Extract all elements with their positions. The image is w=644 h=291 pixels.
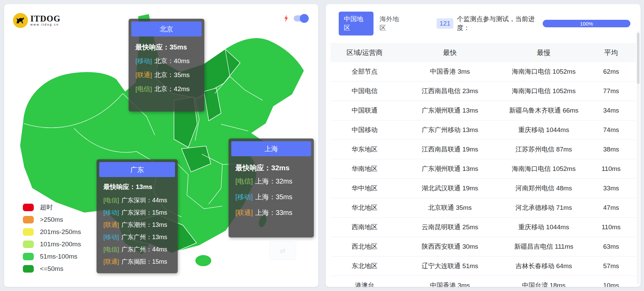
- cell-region: 中国电信: [331, 87, 399, 96]
- cell-region: 全部节点: [331, 67, 399, 76]
- tooltip-row: [移动]上海：35ms: [235, 189, 307, 205]
- table-header-row: 区域/运营商 最快 最慢 平均: [331, 43, 636, 62]
- tooltip-row-text: 上海：35ms: [255, 193, 292, 201]
- table-header-cell: 最慢: [501, 48, 586, 57]
- cell-average: 10ms: [586, 282, 636, 287]
- cell-slowest: 海南海口电信 1052ms: [501, 67, 586, 76]
- table-row: 港澳台 中国香港 3ms 中国台湾 18ms 10ms: [331, 276, 636, 287]
- tooltip-row: [移动]北京：40ms: [135, 54, 197, 68]
- cell-average: 110ms: [586, 223, 636, 231]
- isp-tag: [移动]: [135, 57, 152, 64]
- tab-china[interactable]: 中国地区: [339, 12, 374, 35]
- table-header-cell: 最快: [399, 48, 501, 57]
- brand-name: ITDOG: [30, 15, 60, 23]
- tab-overseas[interactable]: 海外地区: [380, 15, 404, 32]
- cell-fastest: 广东潮州联通 13ms: [399, 106, 501, 115]
- tooltip-row: [电信]上海：32ms: [235, 173, 307, 189]
- legend-item: >250ms: [23, 214, 81, 226]
- legend-label: <=50ms: [40, 265, 63, 273]
- legend-item: 101ms-200ms: [23, 238, 81, 250]
- isp-tag: [联通]: [135, 71, 152, 78]
- isp-tag: [移动]: [235, 193, 253, 201]
- cell-average: 57ms: [586, 262, 636, 270]
- cell-fastest: 中国香港 3ms: [399, 281, 501, 287]
- tooltip-row-text: 广东揭阳：15ms: [121, 258, 167, 265]
- isp-tag: [联通]: [103, 258, 119, 265]
- tooltip-guangdong: 广东 最快响应：13ms [电信]广东深圳：44ms [移动]广东深圳：15ms…: [97, 159, 178, 273]
- cell-slowest: 新疆乌鲁木齐联通 66ms: [501, 106, 586, 115]
- tooltip-title: 北京: [131, 21, 202, 37]
- toggle-knob: [300, 14, 309, 23]
- map-mode-toggle[interactable]: [294, 15, 308, 21]
- map-panel: ITDOG www.itdog.cn 北京 最快响应：35ms [移动]北京：4…: [4, 4, 318, 287]
- legend-swatch: [23, 241, 34, 248]
- cell-fastest: 北京联通 35ms: [399, 203, 501, 212]
- progress-bar: 100%: [543, 20, 630, 27]
- cell-fastest: 广东潮州联通 13ms: [399, 164, 501, 173]
- tooltip-row: [联通]北京：35ms: [135, 68, 197, 82]
- tooltip-row-text: 北京：42ms: [155, 85, 190, 92]
- fastest-response: 最快响应：32ms: [235, 163, 307, 173]
- tooltip-row: [移动]广东广州：13ms: [103, 231, 171, 243]
- tooltip-title: 广东: [99, 162, 175, 177]
- isp-tag: [电信]: [103, 246, 119, 253]
- isp-tag: [移动]: [103, 209, 119, 216]
- cell-fastest: 江西南昌电信 23ms: [399, 87, 501, 96]
- tooltip-row-text: 广东广州：44ms: [121, 246, 167, 253]
- fastest-response: 最快响应：13ms: [103, 183, 171, 191]
- table-row: 华北地区 北京联通 35ms 河北承德移动 71ms 47ms: [331, 198, 636, 218]
- cell-average: 110ms: [586, 165, 636, 173]
- tooltip-row-text: 上海：32ms: [255, 177, 292, 185]
- tooltip-row-text: 北京：35ms: [155, 71, 190, 78]
- cell-average: 47ms: [586, 204, 636, 212]
- cell-fastest: 江西南昌联通 19ms: [399, 145, 501, 154]
- dog-icon: [13, 13, 28, 28]
- isp-tag: [电信]: [135, 85, 152, 92]
- tooltip-row: [电信]广东广州：44ms: [103, 243, 171, 256]
- tooltip-row: [电信]广东深圳：44ms: [103, 194, 171, 206]
- tooltip-row-text: 上海：33ms: [255, 209, 292, 216]
- legend-item: 201ms-250ms: [23, 226, 81, 238]
- brand-url: www.itdog.cn: [30, 23, 60, 26]
- table-row: 西北地区 陕西西安联通 30ms 新疆昌吉电信 111ms 63ms: [331, 237, 636, 257]
- isp-tag: [联通]: [235, 209, 253, 216]
- cell-region: 华南地区: [331, 164, 399, 173]
- results-header: 中国地区 海外地区 121 个监测点参与测试，当前进度： 100%: [326, 4, 641, 41]
- monitor-text: 个监测点参与测试，当前进度：: [457, 15, 542, 32]
- cell-average: 38ms: [586, 146, 636, 153]
- cell-slowest: 海南海口电信 1052ms: [501, 87, 586, 96]
- cell-slowest: 重庆移动 1044ms: [501, 126, 586, 134]
- cell-slowest: 重庆移动 1044ms: [501, 223, 586, 232]
- cell-region: 中国移动: [331, 126, 399, 134]
- isp-tag: [移动]: [103, 234, 119, 241]
- tooltip-row: [联通]上海：33ms: [235, 205, 307, 220]
- monitor-count-badge: 121: [437, 18, 454, 29]
- map-watermark: ⇄: [269, 242, 296, 260]
- table-row: 华东地区 江西南昌联通 19ms 江苏苏州电信 87ms 38ms: [331, 140, 636, 159]
- table-row: 中国移动 广东广州移动 13ms 重庆移动 1044ms 74ms: [331, 120, 636, 140]
- cell-average: 63ms: [586, 243, 636, 250]
- cell-fastest: 中国香港 3ms: [399, 67, 501, 76]
- tooltip-row-text: 广东深圳：44ms: [121, 197, 167, 204]
- tooltip-row-text: 广东深圳：15ms: [121, 209, 167, 216]
- legend-swatch: [23, 265, 34, 273]
- table-row: 华南地区 广东潮州联通 13ms 海南海口电信 1052ms 110ms: [331, 159, 636, 179]
- cell-region: 西南地区: [331, 223, 399, 232]
- legend-label: >250ms: [40, 216, 63, 223]
- cell-fastest: 广东广州移动 13ms: [399, 126, 501, 134]
- cell-region: 东北地区: [331, 262, 399, 271]
- isp-tag: [电信]: [103, 197, 119, 204]
- cell-slowest: 吉林长春移动 64ms: [501, 262, 586, 271]
- tooltip-shanghai: 上海 最快响应：32ms [电信]上海：32ms [移动]上海：35ms [联通…: [229, 139, 314, 237]
- legend-item: 超时: [23, 201, 81, 214]
- itdog-logo[interactable]: ITDOG www.itdog.cn: [13, 13, 60, 28]
- cell-fastest: 陕西西安联通 30ms: [399, 242, 501, 251]
- cell-fastest: 湖北武汉联通 19ms: [399, 184, 501, 193]
- cell-average: 33ms: [586, 185, 636, 192]
- tooltip-row-text: 广东广州：13ms: [121, 234, 167, 241]
- legend-label: 51ms-100ms: [40, 253, 77, 260]
- cell-region: 西北地区: [331, 242, 399, 251]
- lightning-icon: [283, 14, 289, 23]
- scrollbar-thumb[interactable]: [637, 33, 640, 84]
- hainan-island[interactable]: [195, 255, 211, 266]
